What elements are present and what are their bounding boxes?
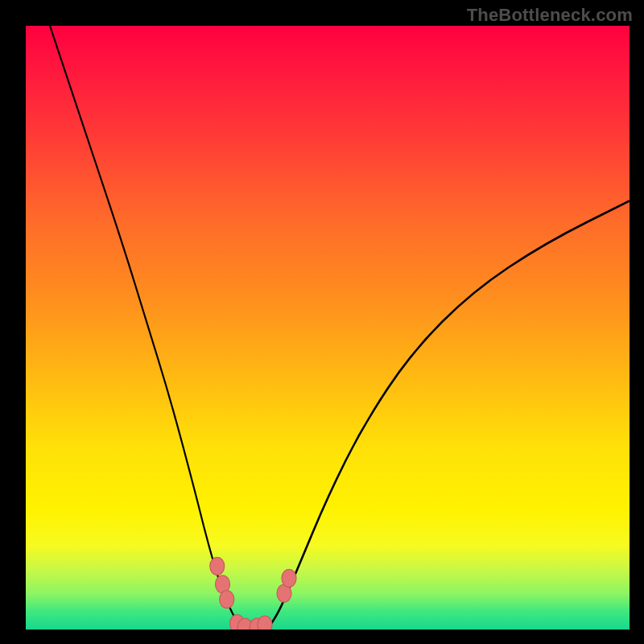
marker-group [210,557,296,630]
marker-dot [258,616,272,630]
watermark-text: TheBottleneck.com [467,5,633,26]
plot-area [26,26,630,630]
marker-dot [220,591,234,609]
curves-svg [26,26,630,630]
chart-frame: TheBottleneck.com [0,0,644,644]
right-curve [267,201,630,630]
marker-dot [282,569,296,587]
marker-dot [210,557,225,575]
left-curve [50,26,250,630]
